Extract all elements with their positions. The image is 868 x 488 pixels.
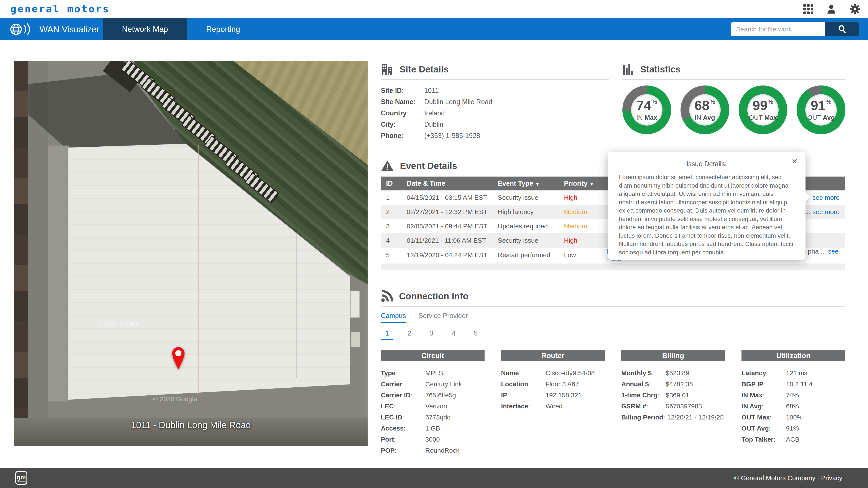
donut-center: 91%OUT Avg xyxy=(797,86,845,134)
see-more-link[interactable]: see more xyxy=(812,194,840,201)
cell-datetime: 12/19/2020 - 04:24 PM EST xyxy=(401,248,493,262)
panel-field-value: 10.2.11.4 xyxy=(786,379,813,390)
panel-field-label: 1-time Chrg xyxy=(621,390,666,400)
panel-field-label: Annual $ xyxy=(621,379,666,390)
panel-field-label: Carrier ID xyxy=(381,390,425,400)
panel-field-label: Carrier xyxy=(381,379,425,390)
cell-event-type: Restart performed xyxy=(493,248,559,262)
app-brand: WAN Visualizer xyxy=(9,18,99,40)
connection-info-header: Connection Info xyxy=(381,290,845,302)
panel-rows: Latency121 msBGP IP10.2.11.4IN Max74%IN … xyxy=(742,367,845,445)
tab-reporting[interactable]: Reporting xyxy=(187,18,259,40)
cell-id: 5 xyxy=(381,248,401,262)
panel-field-row: Top TalkerACB xyxy=(742,434,845,445)
panel-field-value: 91% xyxy=(786,423,799,434)
column-header: Date & Time xyxy=(401,176,493,190)
description-text: ... xyxy=(805,208,810,215)
cell-id: 4 xyxy=(381,233,401,248)
panel-billing: BillingMonthly $$523.89Annual $$4782.381… xyxy=(621,350,725,456)
apps-grid-icon[interactable] xyxy=(803,4,813,14)
panel-field-value: 5670397985 xyxy=(666,400,702,412)
priority-badge: High xyxy=(564,237,578,244)
popup-title: Issue Details: xyxy=(619,160,794,168)
page-1[interactable]: 1 xyxy=(381,329,394,340)
panel-field-row: LECVerizon xyxy=(381,400,485,412)
map-caption: 1011 - Dublin Long Mile Road xyxy=(14,420,368,430)
privacy-link[interactable]: Privacy xyxy=(821,474,842,482)
column-header: ID xyxy=(381,176,401,190)
cell-priority: High xyxy=(559,233,601,248)
column-header[interactable]: Priority▾ xyxy=(559,176,601,190)
sort-down-icon[interactable]: ▾ xyxy=(536,181,538,187)
panel-field-label: LEC ID xyxy=(381,412,425,423)
map-roof-seam xyxy=(198,145,198,394)
column-header[interactable]: Event Type▾ xyxy=(493,176,559,190)
connection-tabs: Campus Service Provider xyxy=(381,312,845,323)
panel-field-label: IP xyxy=(501,390,546,400)
panel-field-label: Name xyxy=(501,367,546,379)
panel-field-row: Port3000 xyxy=(381,434,485,445)
see-more-link[interactable]: see more xyxy=(812,208,840,215)
donut-label-metric: Max xyxy=(764,114,777,121)
panel-field-row: LEC ID6778qdq xyxy=(381,412,485,423)
panel-field-row: NameCisco-dty9t54-08 xyxy=(501,367,605,379)
map-satellite-view[interactable]: © 2020 Google © 2020 Google 1011 - Dubli… xyxy=(14,61,368,446)
panel-field-value: 100% xyxy=(786,412,803,423)
cell-datetime: 04/15/2021 - 03:15 AM EST xyxy=(401,190,493,205)
panel-field-value: Century Link xyxy=(425,379,462,390)
tab-campus[interactable]: Campus xyxy=(381,312,406,323)
close-icon[interactable]: ✕ xyxy=(792,157,798,166)
site-field-row: Site NameDublin Long Mile Road xyxy=(381,96,609,107)
page-2[interactable]: 2 xyxy=(403,329,415,340)
search-button[interactable] xyxy=(825,22,859,36)
donut-value: 91% xyxy=(811,98,832,112)
site-details-section: Site Details Site ID1011Site NameDublin … xyxy=(381,63,609,141)
panel-field-row: IN Max74% xyxy=(742,390,845,400)
panel-field-row: LocationFloor 3 A67 xyxy=(501,379,605,390)
field-label: Phone xyxy=(381,130,424,141)
search-icon xyxy=(837,25,847,34)
page-3[interactable]: 3 xyxy=(425,329,438,340)
main-nav: WAN Visualizer Network Map Reporting xyxy=(0,18,868,40)
panel-router: RouterNameCisco-dty9t54-08LocationFloor … xyxy=(501,350,605,456)
tab-network-map[interactable]: Network Map xyxy=(103,18,187,40)
donut-center: 99%OUT Max xyxy=(739,86,787,134)
search-input[interactable] xyxy=(731,22,825,36)
panel-circuit: CircuitTypeMPLSCarrierCentury LinkCarrie… xyxy=(381,350,485,456)
event-details-title: Event Details xyxy=(400,161,457,171)
percent-sign: % xyxy=(709,98,715,105)
panel-field-row: Carrier ID765f6ffe5g xyxy=(381,390,485,400)
panel-field-value: MPLS xyxy=(425,367,443,379)
map-pin-icon[interactable] xyxy=(171,346,186,371)
panel-field-label: LEC xyxy=(381,400,425,412)
field-label: Site Name xyxy=(381,96,424,107)
nav-tabs: Network Map Reporting xyxy=(103,18,259,40)
panel-field-value: Verizon xyxy=(425,400,447,412)
buildings-icon xyxy=(381,63,394,75)
panel-field-label: OUT Max xyxy=(742,412,786,423)
donut-value: 99% xyxy=(752,98,773,112)
tab-service-provider[interactable]: Service Provider xyxy=(418,312,468,323)
panel-title: Circuit xyxy=(381,350,485,361)
map-white-truck xyxy=(350,291,360,318)
popup-body: Lorem ipsum dolor sit amet, consectetuer… xyxy=(619,173,794,257)
panel-rows: Monthly $$523.89Annual $$4782.381-time C… xyxy=(621,367,725,423)
page-footer: gm © General Motors Company | Privacy xyxy=(0,468,868,488)
panel-field-row: InterfaceWired xyxy=(501,400,605,412)
field-value: (+353) 1-585-1928 xyxy=(424,130,480,141)
panel-field-row: 1-time Chrg$369.01 xyxy=(621,390,725,400)
page-4[interactable]: 4 xyxy=(447,329,460,340)
page-5[interactable]: 5 xyxy=(469,329,482,340)
cell-priority: Medium xyxy=(559,205,601,219)
panel-field-value: 12/20/21 - 12/19/25 xyxy=(667,412,724,423)
site-field-row: CityDublin xyxy=(381,119,609,130)
sort-down-icon[interactable]: ▾ xyxy=(591,181,593,187)
copyright-text: © General Motors Company | xyxy=(734,474,819,482)
field-label: Site ID xyxy=(381,85,424,96)
page: general motors xyxy=(0,0,868,488)
user-icon[interactable] xyxy=(826,4,837,14)
connection-panels: CircuitTypeMPLSCarrierCentury LinkCarrie… xyxy=(381,350,845,456)
panel-field-label: OUT Avg xyxy=(742,423,786,434)
field-label: City xyxy=(381,119,424,130)
settings-gear-icon[interactable] xyxy=(849,3,861,15)
